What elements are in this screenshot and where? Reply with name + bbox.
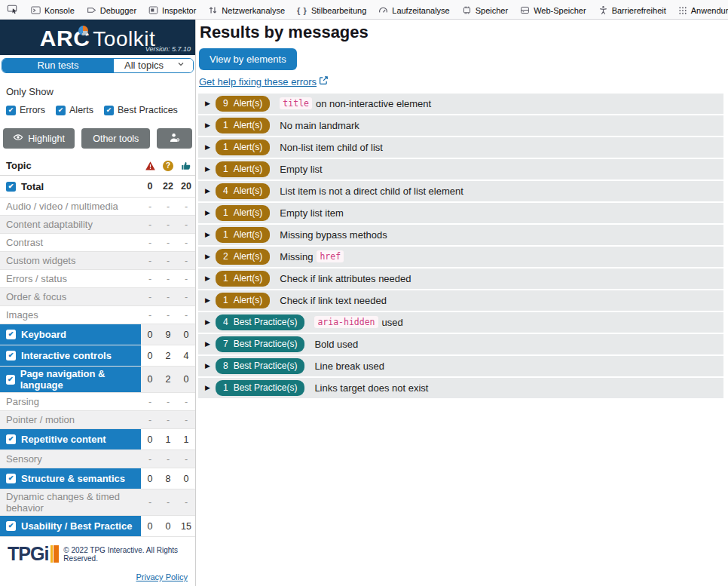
message-row[interactable]: ▶8Best Practice(s)Line break used — [198, 356, 723, 376]
checkbox-icon[interactable]: ✔ — [6, 434, 16, 444]
topic-count-value: - — [159, 198, 177, 215]
topic-row-interactive-controls[interactable]: ✔Interactive controls024 — [0, 345, 195, 367]
topic-row-page-navigation-language[interactable]: ✔Page navigation & language020 — [0, 367, 195, 393]
checkbox-icon[interactable]: ✔ — [6, 351, 16, 360]
question-circle-icon: ? — [159, 161, 177, 171]
expand-caret-icon[interactable]: ▶ — [205, 121, 216, 129]
message-row[interactable]: ▶9Alert(s)titleon non-interactive elemen… — [198, 94, 723, 114]
message-row[interactable]: ▶1Alert(s)Check if link text needed — [198, 290, 723, 311]
message-row[interactable]: ▶4Alert(s)List item is not a direct chil… — [198, 181, 723, 201]
devtools-tab-inspektor[interactable]: Inspektor — [142, 0, 202, 19]
code-token: href — [317, 250, 344, 262]
devtools-tab-laufzeitanalyse[interactable]: Laufzeitanalyse — [372, 0, 455, 19]
devtools-tab-netzwerkanalyse[interactable]: Netzwerkanalyse — [202, 0, 291, 19]
privacy-policy-link[interactable]: Privacy Policy — [8, 572, 188, 581]
inspector-icon — [148, 5, 158, 15]
topic-row-keyboard[interactable]: ✔Keyboard090 — [0, 324, 195, 345]
topic-count-value: - — [177, 252, 195, 269]
tpgi-logo: TPGi — [8, 543, 48, 565]
topic-count-value: - — [159, 450, 177, 468]
expand-caret-icon[interactable]: ▶ — [205, 384, 216, 391]
topic-row-structure-semantics[interactable]: ✔Structure & semantics080 — [0, 468, 195, 489]
devtools-tab-label: Anwendung — [691, 6, 728, 15]
topic-column-label: Topic — [6, 160, 141, 171]
expand-caret-icon[interactable]: ▶ — [205, 209, 216, 216]
message-row[interactable]: ▶1Alert(s)Empty list — [198, 159, 723, 179]
checkbox-icon[interactable]: ✔ — [6, 182, 16, 192]
expand-caret-icon[interactable]: ▶ — [205, 362, 216, 370]
message-text: Empty list — [280, 164, 322, 175]
expand-caret-icon[interactable]: ▶ — [205, 340, 216, 348]
topic-row-repetitive-content[interactable]: ✔Repetitive content011 — [0, 429, 195, 450]
expand-caret-icon[interactable]: ▶ — [205, 187, 216, 195]
topic-row-usability-best-practice[interactable]: ✔Usability / Best Practice0015 — [0, 516, 195, 537]
filter-label: Best Practices — [118, 105, 178, 115]
topic-count-value: 1 — [177, 429, 195, 449]
topic-count-value: 4 — [177, 345, 195, 366]
devtools-tab-web-speicher[interactable]: Web-Speicher — [514, 0, 592, 19]
devtools-tab-debugger[interactable]: Debugger — [81, 0, 142, 19]
devtools-tab-barrierefreiheit[interactable]: Barrierefreiheit — [592, 0, 672, 19]
checkbox-icon[interactable]: ✔ — [6, 474, 16, 483]
checkbox-icon[interactable]: ✔ — [6, 330, 16, 339]
checkbox-icon[interactable]: ✔ — [6, 375, 15, 385]
topic-count-value: 0 — [141, 367, 159, 392]
message-row[interactable]: ▶1Alert(s)No main landmark — [198, 115, 723, 136]
run-tests-button[interactable]: Run tests — [2, 59, 114, 72]
filter-best-practices[interactable]: ✔Best Practices — [104, 105, 178, 115]
topics-dropdown[interactable]: All topics — [114, 59, 193, 72]
topic-count-value: - — [141, 411, 159, 428]
node-picker-button[interactable] — [0, 0, 25, 19]
expand-caret-icon[interactable]: ▶ — [205, 143, 216, 151]
expand-caret-icon[interactable]: ▶ — [205, 165, 216, 173]
message-row[interactable]: ▶1Alert(s)Missing bypass methods — [198, 225, 723, 245]
user-settings-button[interactable] — [157, 128, 192, 149]
message-row[interactable]: ▶1Best Practice(s)Links target does not … — [198, 378, 723, 398]
other-tools-button[interactable]: Other tools — [81, 128, 150, 149]
highlight-button[interactable]: Highlight — [3, 128, 75, 149]
expand-caret-icon[interactable]: ▶ — [205, 275, 216, 282]
topic-count-value: 0 — [141, 429, 159, 449]
expand-caret-icon[interactable]: ▶ — [205, 100, 216, 107]
message-row[interactable]: ▶1Alert(s)Empty list item — [198, 203, 723, 223]
topic-count-value: 9 — [159, 324, 177, 345]
topic-count-value: 0 — [141, 468, 159, 489]
message-row[interactable]: ▶1Alert(s)Non-list item child of list — [198, 137, 723, 158]
expand-caret-icon[interactable]: ▶ — [205, 318, 216, 326]
topic-label: Order & focus — [6, 291, 66, 302]
checkbox-icon[interactable]: ✔ — [104, 106, 114, 115]
checkbox-icon[interactable]: ✔ — [6, 521, 16, 531]
checkbox-icon[interactable]: ✔ — [6, 106, 16, 115]
message-row[interactable]: ▶1Alert(s)Check if link attributes neede… — [198, 268, 723, 289]
topic-count-value: - — [141, 393, 159, 410]
view-by-elements-button[interactable]: View by elements — [199, 48, 297, 70]
topic-count-value: 8 — [159, 468, 177, 489]
devtools-tab-stilbearbeitung[interactable]: { }Stilbearbeitung — [291, 0, 372, 19]
checkbox-icon[interactable]: ✔ — [56, 106, 66, 115]
get-help-link[interactable]: Get help fixing these errors — [199, 75, 329, 87]
topic-count-value: - — [159, 288, 177, 305]
topic-row-total[interactable]: ✔Total02220 — [0, 176, 195, 198]
topic-label: Interactive controls — [21, 350, 112, 361]
topic-label: Pointer / motion — [6, 414, 75, 425]
filter-alerts[interactable]: ✔Alerts — [56, 105, 93, 115]
filter-errors[interactable]: ✔Errors — [6, 105, 45, 115]
devtools-tab-konsole[interactable]: Konsole — [25, 0, 81, 19]
expand-caret-icon[interactable]: ▶ — [205, 231, 216, 238]
alert-count-badge: 2Alert(s) — [216, 249, 270, 265]
message-text: titleon non-interactive element — [280, 97, 431, 109]
topic-count-value: - — [159, 411, 177, 428]
message-row[interactable]: ▶4Best Practice(s)aria-hiddenused — [198, 312, 723, 333]
devtools-tab-anwendung[interactable]: Anwendung — [672, 0, 728, 19]
message-row[interactable]: ▶7Best Practice(s)Bold used — [198, 334, 723, 354]
message-row[interactable]: ▶2Alert(s)Missinghref — [198, 247, 723, 267]
topic-count-value: - — [177, 411, 195, 428]
topic-count-value: 20 — [177, 176, 195, 197]
storage-icon — [520, 5, 530, 15]
topic-row-order-focus: Order & focus--- — [0, 288, 195, 306]
expand-caret-icon[interactable]: ▶ — [205, 253, 216, 260]
topic-count-value: 0 — [177, 324, 195, 345]
expand-caret-icon[interactable]: ▶ — [205, 296, 216, 304]
topic-count-value: 0 — [177, 468, 195, 489]
devtools-tab-speicher[interactable]: Speicher — [456, 0, 514, 19]
